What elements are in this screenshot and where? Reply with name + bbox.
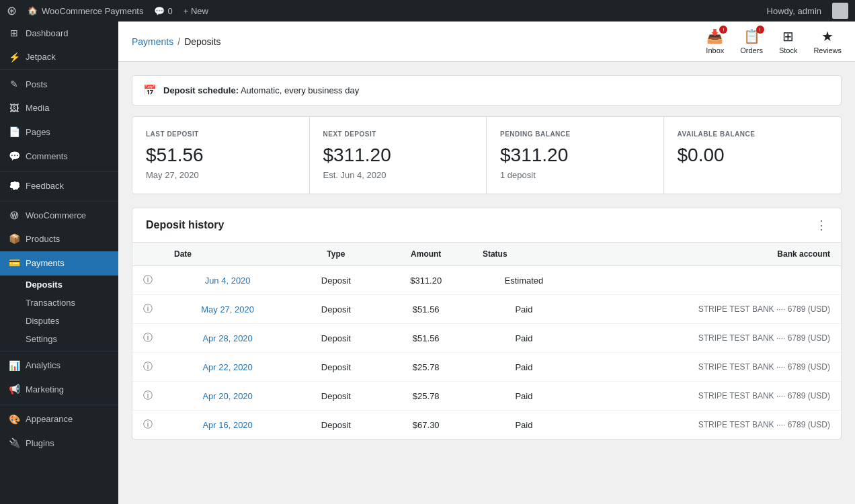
sidebar-sub-settings[interactable]: Settings	[0, 330, 118, 348]
comments-icon: 💬	[8, 150, 20, 163]
row-bank	[576, 266, 841, 295]
row-date[interactable]: May 27, 2020	[163, 295, 292, 324]
user-greeting: Howdy, admin	[767, 6, 821, 16]
orders-badge: !	[756, 26, 764, 34]
woocommerce-icon: Ⓦ	[8, 210, 20, 222]
sidebar-item-plugins[interactable]: 🔌 Plugins	[0, 431, 118, 456]
pending-balance-value: $311.20	[500, 144, 650, 166]
row-info-icon: ⓘ	[132, 295, 163, 324]
sidebar-item-dashboard[interactable]: ⊞ Dashboard	[0, 22, 118, 46]
stock-label: Stock	[779, 46, 798, 54]
stock-icon: ⊞	[782, 28, 794, 44]
row-type: Deposit	[292, 411, 380, 439]
row-date[interactable]: Apr 16, 2020	[163, 411, 292, 439]
sidebar-label-analytics: Analytics	[26, 360, 60, 372]
topbar: Payments / Deposits 📥 ! Inbox 📋 !	[118, 22, 855, 62]
col-bank: Bank account	[576, 243, 841, 266]
sidebar-item-jetpack[interactable]: ⚡ Jetpack	[0, 46, 118, 70]
posts-icon: ✎	[8, 78, 20, 91]
wp-logo-icon: ⊛	[7, 3, 17, 18]
row-status: Paid	[472, 324, 576, 353]
site-name[interactable]: 🏠 WooCommerce Payments	[28, 6, 143, 16]
breadcrumb-current: Deposits	[184, 36, 220, 47]
available-balance-label: AVAILABLE BALANCE	[678, 130, 828, 138]
sidebar-item-posts[interactable]: ✎ Posts	[0, 73, 118, 97]
sidebar-sub-disputes[interactable]: Disputes	[0, 312, 118, 330]
sidebar-label-products: Products	[26, 233, 60, 245]
user-avatar	[832, 3, 848, 19]
row-type: Deposit	[292, 266, 380, 295]
sidebar-item-marketing[interactable]: 📢 Marketing	[0, 378, 118, 402]
settings-label: Settings	[26, 334, 57, 344]
sidebar-item-media[interactable]: 🖼 Media	[0, 97, 118, 121]
deposit-schedule-banner: 📅 Deposit schedule: Automatic, every bus…	[132, 75, 842, 106]
inbox-badge: !	[719, 26, 727, 34]
row-date[interactable]: Jun 4, 2020	[163, 266, 292, 295]
last-deposit-sub: May 27, 2020	[146, 170, 296, 180]
page-content: 📅 Deposit schedule: Automatic, every bus…	[118, 62, 855, 453]
sidebar-item-products[interactable]: 📦 Products	[0, 227, 118, 251]
stat-available-balance: AVAILABLE BALANCE $0.00	[664, 117, 842, 194]
col-info	[132, 243, 163, 266]
next-deposit-label: NEXT DEPOSIT	[323, 130, 473, 138]
breadcrumb-parent-link[interactable]: Payments	[132, 36, 173, 47]
row-date[interactable]: Apr 28, 2020	[163, 324, 292, 353]
sidebar-label-feedback: Feedback	[26, 180, 64, 192]
inbox-label: Inbox	[706, 46, 724, 54]
sidebar-item-woocommerce[interactable]: Ⓦ WooCommerce	[0, 204, 118, 227]
col-amount: Amount	[380, 243, 472, 266]
reviews-button[interactable]: ★ Reviews	[813, 28, 842, 54]
payments-icon: 💳	[8, 257, 20, 270]
new-content-item[interactable]: + New	[184, 6, 208, 16]
row-amount: $67.30	[380, 411, 472, 439]
row-amount: $311.20	[380, 266, 472, 295]
sidebar-item-comments[interactable]: 💬 Comments	[0, 144, 118, 169]
row-amount: $25.78	[380, 353, 472, 382]
products-icon: 📦	[8, 233, 20, 246]
sidebar-sub-deposits[interactable]: Deposits	[0, 276, 118, 294]
calendar-icon: 📅	[143, 84, 157, 97]
table-row: ⓘ May 27, 2020 Deposit $51.56 Paid STRIP…	[132, 295, 841, 324]
table-row: ⓘ Apr 16, 2020 Deposit $67.30 Paid STRIP…	[132, 411, 841, 439]
sidebar-label-posts: Posts	[26, 79, 48, 91]
deposit-schedule-label: Deposit schedule:	[163, 85, 239, 95]
row-info-icon: ⓘ	[132, 266, 163, 295]
row-info-icon: ⓘ	[132, 353, 163, 382]
more-options-button[interactable]: ⋮	[815, 219, 827, 231]
next-deposit-sub: Est. Jun 4, 2020	[323, 170, 473, 180]
row-info-icon: ⓘ	[132, 411, 163, 439]
col-date: Date	[163, 243, 292, 266]
table-row: ⓘ Jun 4, 2020 Deposit $311.20 Estimated	[132, 266, 841, 295]
comment-icon: 💬	[154, 6, 165, 16]
deposit-history-header: Deposit history ⋮	[132, 208, 841, 243]
jetpack-icon: ⚡	[8, 51, 20, 65]
last-deposit-label: LAST DEPOSIT	[146, 130, 296, 138]
orders-icon: 📋 !	[743, 28, 760, 44]
sidebar-label-plugins: Plugins	[26, 437, 54, 450]
row-date[interactable]: Apr 20, 2020	[163, 382, 292, 411]
next-deposit-value: $311.20	[323, 144, 473, 166]
orders-label: Orders	[740, 46, 763, 54]
sidebar-item-appearance[interactable]: 🎨 Appearance	[0, 408, 118, 432]
analytics-icon: 📊	[8, 360, 20, 373]
feedback-icon: 💭	[8, 180, 20, 194]
breadcrumb-separator: /	[177, 36, 180, 47]
site-icon: 🏠	[28, 6, 38, 15]
row-date[interactable]: Apr 22, 2020	[163, 353, 292, 382]
col-type: Type	[292, 243, 380, 266]
inbox-button[interactable]: 📥 ! Inbox	[706, 28, 724, 54]
sidebar-item-pages[interactable]: 📄 Pages	[0, 120, 118, 144]
last-deposit-value: $51.56	[146, 144, 296, 166]
row-status: Estimated	[472, 266, 576, 295]
stock-button[interactable]: ⊞ Stock	[779, 28, 798, 54]
orders-button[interactable]: 📋 ! Orders	[740, 28, 763, 54]
comments-adminbar-item[interactable]: 💬 0	[154, 6, 172, 16]
row-info-icon: ⓘ	[132, 324, 163, 353]
row-amount: $25.78	[380, 382, 472, 411]
sidebar-item-payments[interactable]: 💳 Payments	[0, 251, 118, 276]
sidebar-item-analytics[interactable]: 📊 Analytics	[0, 354, 118, 378]
sidebar-sub-transactions[interactable]: Transactions	[0, 294, 118, 312]
sidebar-label-comments: Comments	[26, 151, 68, 163]
deposit-history-section: Deposit history ⋮ Date Type Amount Statu…	[132, 208, 842, 439]
sidebar-item-feedback[interactable]: 💭 Feedback	[0, 175, 118, 199]
